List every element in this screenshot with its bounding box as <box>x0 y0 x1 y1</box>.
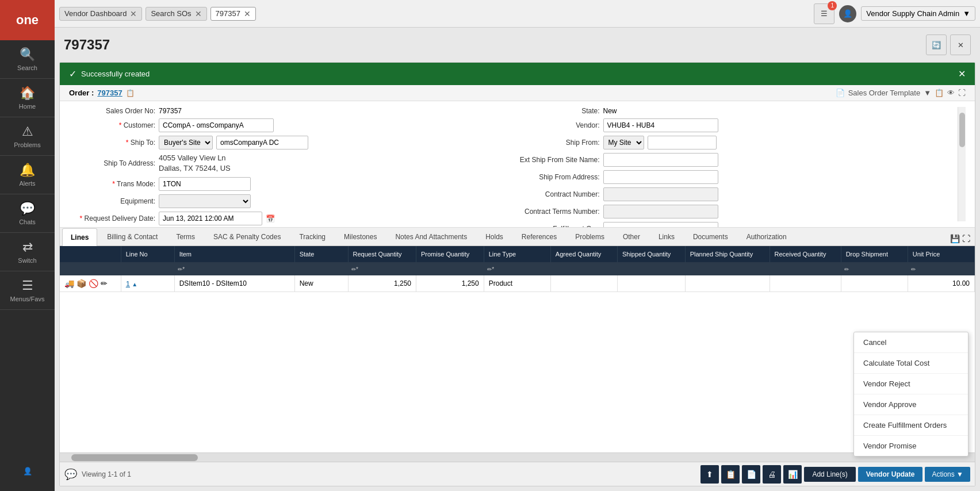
expand-icon[interactable]: ⛶ <box>958 89 966 97</box>
save-icon[interactable]: 💾 <box>950 234 960 243</box>
tab-797357[interactable]: 797357 ✕ <box>210 7 256 21</box>
ext-ship-label: Ext Ship From Site Name: <box>514 156 600 164</box>
col-shipped-qty: Shipped Quantity <box>617 246 685 262</box>
ship-from-input[interactable] <box>648 136 717 149</box>
tab-billing-contact[interactable]: Billing & Contact <box>98 228 166 246</box>
close-tab-icon[interactable]: ✕ <box>244 9 251 18</box>
template-dropdown-icon[interactable]: ▼ <box>924 89 931 97</box>
tab-search-sos[interactable]: Search SOs ✕ <box>146 7 206 21</box>
tab-label: 797357 <box>216 9 240 18</box>
page-title: 797357 <box>64 37 110 53</box>
filter-edit-icon[interactable]: ✏* <box>487 266 494 273</box>
customer-input[interactable] <box>159 118 274 132</box>
close-tab-icon[interactable]: ✕ <box>195 9 202 18</box>
sidebar-item-chats[interactable]: 💬 Chats <box>0 194 55 233</box>
contract-number-label: Contract Number: <box>514 190 600 198</box>
vendor-input[interactable] <box>603 118 718 132</box>
sidebar-item-switch[interactable]: ⇄ Switch <box>0 233 55 271</box>
menu-item-calc-total[interactable]: Calculate Total Cost <box>854 353 968 374</box>
sidebar-item-problems[interactable]: ⚠ Problems <box>0 117 55 156</box>
tab-lines[interactable]: Lines <box>62 228 97 246</box>
footer-icon-btn-5[interactable]: 📊 <box>783 465 802 484</box>
user-dropdown[interactable]: Vendor Supply Chain Admin ▼ <box>861 6 975 21</box>
truck-icon[interactable]: 🚚 <box>64 279 74 288</box>
ext-ship-input[interactable] <box>603 153 718 167</box>
contract-number-input[interactable] <box>603 187 718 201</box>
filter-edit-icon[interactable]: ✏ <box>844 266 849 273</box>
close-tab-icon[interactable]: ✕ <box>130 9 137 18</box>
sidebar-avatar[interactable]: 👤 <box>0 451 55 491</box>
row-line-no: 1 ▲ <box>121 275 174 292</box>
calendar-icon[interactable]: 📅 <box>266 214 275 223</box>
vendor-update-button[interactable]: Vendor Update <box>858 467 923 482</box>
tab-links[interactable]: Links <box>650 228 683 246</box>
menu-item-vendor-promise[interactable]: Vendor Promise <box>854 436 968 456</box>
request-delivery-input[interactable] <box>159 212 262 225</box>
tab-problems[interactable]: Problems <box>566 228 613 246</box>
block-icon[interactable]: 🚫 <box>89 279 98 288</box>
trans-mode-input[interactable] <box>159 177 251 191</box>
fulfillment-input[interactable] <box>603 222 718 228</box>
order-number-link[interactable]: 797357 <box>97 89 122 97</box>
close-button[interactable]: ✕ <box>950 34 971 55</box>
form-scrollbar[interactable] <box>958 107 966 221</box>
ship-to-name-input[interactable] <box>216 136 308 149</box>
tab-tracking[interactable]: Tracking <box>290 228 334 246</box>
sidebar-item-search[interactable]: 🔍 Search <box>0 40 55 79</box>
footer-icon-btn-4[interactable]: 🖨 <box>763 465 781 484</box>
request-delivery-label: Request Delivery Date: <box>69 214 155 223</box>
footer-icon-btn-3[interactable]: 📄 <box>742 465 760 484</box>
row-state: New <box>294 275 348 292</box>
actions-button[interactable]: Actions ▼ <box>925 467 970 482</box>
tab-references[interactable]: References <box>513 228 565 246</box>
line-no-link[interactable]: 1 <box>126 279 130 288</box>
edit-icon[interactable]: ✏ <box>101 279 108 288</box>
menu-item-vendor-reject[interactable]: Vendor Reject <box>854 374 968 394</box>
print-icon[interactable]: 📋 <box>935 89 944 97</box>
tab-milestones[interactable]: Milestones <box>335 228 385 246</box>
tab-sac-penalty[interactable]: SAC & Penalty Codes <box>205 228 289 246</box>
footer-icon-btn-1[interactable]: ⬆ <box>700 465 719 484</box>
footer-icon-btn-2[interactable]: 📋 <box>721 465 740 484</box>
sidebar-item-alerts[interactable]: 🔔 Alerts <box>0 156 55 194</box>
app-logo[interactable]: one <box>0 0 55 40</box>
box-icon[interactable]: 📦 <box>76 279 86 288</box>
sidebar-item-label: Problems <box>14 141 40 148</box>
ship-from-address-input[interactable] <box>603 170 718 184</box>
notification-area[interactable]: ☰ 1 <box>814 3 834 24</box>
sidebar-item-menus[interactable]: ☰ Menus/Favs <box>0 271 55 310</box>
view-icon[interactable]: 👁 <box>947 89 955 97</box>
expand-icon[interactable]: ⛶ <box>962 234 970 243</box>
menu-item-create-fulfillment[interactable]: Create Fulfillment Orders <box>854 415 968 436</box>
equipment-select[interactable] <box>159 194 251 208</box>
chat-button[interactable]: 💬 <box>64 468 77 481</box>
sidebar-item-home[interactable]: 🏠 Home <box>0 79 55 117</box>
refresh-icon: 🔄 <box>932 41 941 49</box>
menu-item-cancel[interactable]: Cancel <box>854 332 968 353</box>
contract-terms-input[interactable] <box>603 205 718 218</box>
user-avatar[interactable]: 👤 <box>839 5 856 22</box>
refresh-button[interactable]: 🔄 <box>926 34 947 55</box>
chat-icon: 💬 <box>20 201 35 216</box>
col-planned-ship: Planned Ship Quantity <box>685 246 770 262</box>
filter-edit-icon[interactable]: ✏* <box>178 266 185 273</box>
tab-authorization[interactable]: Authorization <box>738 228 795 246</box>
horizontal-scrollbar[interactable] <box>60 452 975 462</box>
avatar-icon: 👤 <box>23 467 32 475</box>
ship-from-label: Ship From: <box>514 139 600 147</box>
close-banner-button[interactable]: ✕ <box>958 68 966 79</box>
tab-terms[interactable]: Terms <box>167 228 204 246</box>
tab-documents[interactable]: Documents <box>684 228 737 246</box>
tab-other[interactable]: Other <box>614 228 649 246</box>
ship-from-select[interactable]: My Site <box>603 136 644 149</box>
tab-vendor-dashboard[interactable]: Vendor Dashboard ✕ <box>59 7 142 21</box>
topbar: Vendor Dashboard ✕ Search SOs ✕ 797357 ✕… <box>55 0 980 28</box>
filter-edit-icon[interactable]: ✏* <box>351 266 358 273</box>
copy-icon[interactable]: 📋 <box>126 89 135 97</box>
add-line-button[interactable]: Add Line(s) <box>804 467 855 482</box>
filter-edit-icon[interactable]: ✏ <box>911 266 916 273</box>
menu-item-vendor-approve[interactable]: Vendor Approve <box>854 394 968 415</box>
ship-to-type-select[interactable]: Buyer's Site <box>159 136 213 149</box>
tab-notes[interactable]: Notes And Attachments <box>386 228 476 246</box>
tab-holds[interactable]: Holds <box>477 228 512 246</box>
